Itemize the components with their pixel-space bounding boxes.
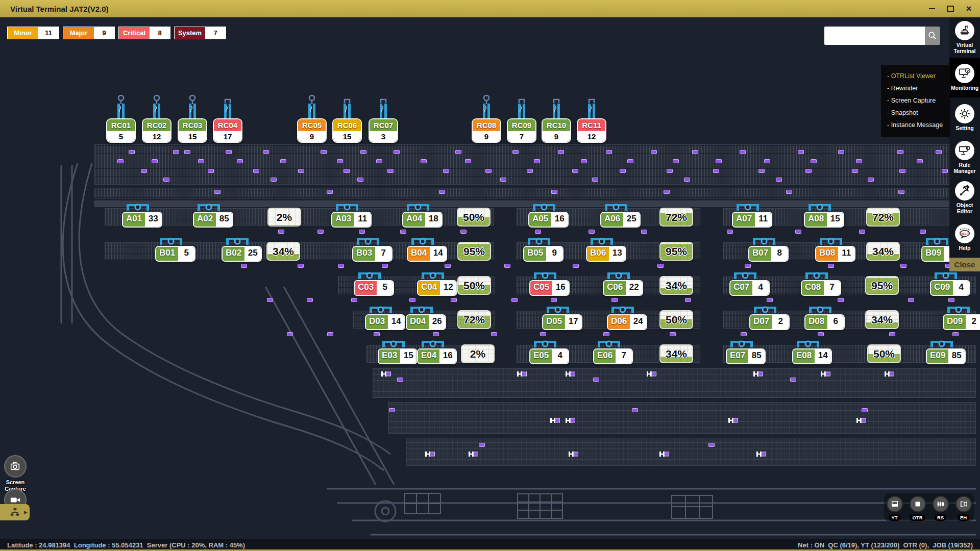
container-marker: [664, 190, 670, 194]
yard-block-C04[interactable]: C0412: [417, 280, 457, 296]
yard-block-D05[interactable]: D0517: [542, 314, 582, 330]
yard-block-C09[interactable]: C094: [930, 280, 970, 296]
search-input[interactable]: [824, 27, 925, 45]
yard-block-B07[interactable]: B078: [748, 246, 789, 262]
container-marker: [400, 230, 406, 234]
minimize-button[interactable]: [928, 5, 936, 13]
yard-block-E07[interactable]: E0785: [726, 348, 766, 364]
yard-block-B05[interactable]: B059: [523, 246, 564, 262]
rc-crane-RC03[interactable]: RC0315: [178, 95, 207, 143]
yard-block-E05[interactable]: E054: [529, 348, 569, 364]
sidebar-item-object-editor[interactable]: Object Editor: [949, 178, 980, 218]
truck-icon: [381, 370, 391, 376]
rc-crane-RC06[interactable]: RC0615: [332, 95, 362, 143]
yard-block-C06[interactable]: C0622: [603, 280, 643, 296]
yard-block-A05[interactable]: A0516: [528, 212, 569, 228]
equipment-toggle-yt[interactable]: YT: [885, 496, 904, 521]
expand-arrow-icon: ▶: [24, 510, 28, 515]
close-window-button[interactable]: ×: [965, 5, 973, 13]
rc-id: RC07: [370, 119, 397, 131]
truck-icon: [647, 370, 657, 376]
yard-block-C05[interactable]: C0516: [529, 280, 570, 296]
rc-label: RC0315: [178, 118, 207, 143]
search-button[interactable]: [925, 27, 940, 45]
yard-block-A02[interactable]: A0285: [193, 212, 233, 228]
right-sidebar: Virtual Terminal Monitoring Setting: [949, 17, 980, 271]
yard-block-B06[interactable]: B0613: [586, 246, 626, 262]
popup-menu-item[interactable]: - OTRList Viewer: [881, 70, 950, 82]
yard-block-B01[interactable]: B015: [155, 246, 195, 262]
yard-block-C07[interactable]: C074: [729, 280, 770, 296]
container-marker: [828, 264, 834, 268]
yard-block-D04[interactable]: D0426: [406, 314, 446, 330]
yard-block-A03[interactable]: A0311: [331, 212, 372, 228]
occupancy-badge: 34%: [659, 276, 693, 295]
popup-menu-item[interactable]: - Screen Capture: [881, 94, 950, 107]
rc-crane-RC01[interactable]: RC015: [106, 95, 136, 143]
equipment-toggle-otr[interactable]: OTR: [908, 496, 927, 521]
rc-crane-RC11[interactable]: RC1112: [577, 95, 606, 143]
yard-block-E06[interactable]: E067: [593, 348, 633, 364]
equipment-toggle-rs[interactable]: RS: [931, 496, 950, 521]
yard-block-D07[interactable]: D072: [749, 314, 790, 330]
yard-block-B02[interactable]: B0225: [222, 246, 262, 262]
rc-crane-RC07[interactable]: RC073: [369, 95, 398, 143]
rc-crane-RC02[interactable]: RC0212: [142, 95, 172, 143]
yard-block-D08[interactable]: D086: [804, 314, 845, 330]
sidebar-item-virtual-terminal[interactable]: Virtual Terminal: [949, 17, 980, 58]
yard-block-A07[interactable]: A0711: [732, 212, 772, 228]
yard-block-C08[interactable]: C087: [801, 280, 841, 296]
sidebar-item-help[interactable]: HELP Help: [949, 218, 980, 258]
sidebar-close-button[interactable]: Close: [949, 258, 980, 271]
layout-tab[interactable]: ▶: [0, 504, 30, 520]
container-marker: [767, 298, 773, 302]
occupancy-badge: 95%: [865, 276, 899, 295]
alarm-badge-critical[interactable]: Critical8: [118, 27, 170, 39]
yard-block-D09[interactable]: D092: [943, 314, 980, 330]
yard-block-B03[interactable]: B037: [352, 246, 393, 262]
rc-crane-RC08[interactable]: RC089: [472, 95, 501, 143]
container-marker: [551, 190, 557, 194]
sidebar-item-monitoring[interactable]: Monitoring: [949, 58, 980, 98]
yard-block-D06[interactable]: D0624: [607, 314, 647, 330]
maximize-button[interactable]: [946, 5, 954, 13]
block-count: 11: [838, 247, 854, 261]
occupancy-badge: 2%: [461, 344, 495, 363]
yard-block-A06[interactable]: A0625: [600, 212, 641, 228]
alarm-badge-major[interactable]: Major9: [63, 27, 115, 39]
yard-block-C03[interactable]: C035: [354, 280, 394, 296]
yard-block-B04[interactable]: B0414: [407, 246, 447, 262]
rc-crane-RC05[interactable]: RC059: [297, 95, 327, 143]
yard-block-E09[interactable]: E0985: [926, 348, 966, 364]
sidebar-item-rule-manager[interactable]: Rule Manager: [949, 138, 980, 178]
yard-block-A04[interactable]: A0418: [402, 212, 443, 228]
alarm-badge-minor[interactable]: Minor11: [7, 27, 59, 39]
rc-crane-RC09[interactable]: RC097: [507, 95, 536, 143]
alarm-label: Major: [63, 27, 94, 39]
yard-block-E03[interactable]: E0315: [378, 348, 418, 364]
yard-block-E08[interactable]: E0814: [792, 348, 832, 364]
yard-crane-icon: [410, 306, 433, 314]
yard-block-E04[interactable]: E0416: [417, 348, 457, 364]
yard-block-A08[interactable]: A0815: [804, 212, 844, 228]
block-id: D03: [366, 315, 388, 329]
popup-menu-item[interactable]: - Snapshot: [881, 107, 950, 119]
screen-capture-button[interactable]: Screen Capture: [3, 455, 28, 492]
equipment-toggle-eh[interactable]: EH: [954, 496, 973, 521]
alarm-badge-system[interactable]: System7: [174, 27, 226, 39]
container-marker: [271, 178, 277, 182]
rc-mast-icon: [106, 95, 136, 118]
yard-block-A01[interactable]: A0133: [122, 212, 162, 228]
sidebar-item-setting[interactable]: Setting: [949, 97, 980, 138]
yard-block-B08[interactable]: B0811: [815, 246, 855, 262]
block-count: 4: [552, 349, 568, 363]
popup-menu-item[interactable]: - Instance Message: [881, 119, 950, 131]
block-count: 25: [244, 247, 261, 261]
rc-crane-RC04[interactable]: RC0417: [213, 95, 242, 143]
yard-block-D03[interactable]: D0314: [365, 314, 405, 330]
popup-menu-item[interactable]: - Rewinder: [881, 82, 950, 94]
container-marker: [129, 150, 135, 154]
rc-crane-RC10[interactable]: RC109: [542, 95, 571, 143]
container-marker: [593, 378, 599, 382]
search-box: [824, 27, 940, 45]
